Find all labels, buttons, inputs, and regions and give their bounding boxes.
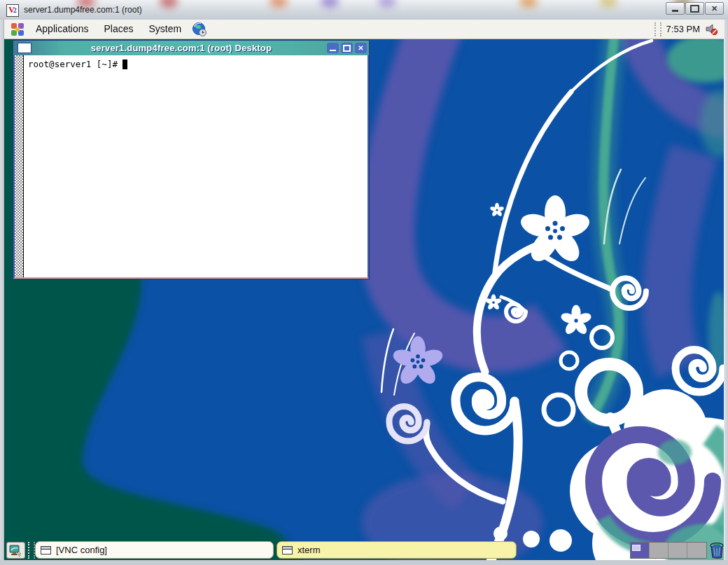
workspace-1[interactable]: [631, 543, 650, 558]
glass-reflection: [270, 0, 288, 8]
host-close-button[interactable]: ✕: [705, 2, 724, 15]
xterm-maximize-button[interactable]: [341, 43, 353, 53]
host-minimize-button[interactable]: [666, 2, 685, 15]
maximize-icon: [343, 45, 351, 52]
minimize-icon: [330, 50, 336, 51]
workspace-switcher: [630, 542, 707, 559]
show-desktop-button[interactable]: [6, 542, 25, 559]
xterm-window: server1.dump4free.com:1 (root) Desktop ✕…: [13, 40, 370, 279]
menu-applications[interactable]: Applications: [28, 20, 97, 39]
applet-drag-handle[interactable]: [654, 22, 662, 36]
vnc-app-icon: V2: [6, 4, 19, 17]
close-icon: ✕: [711, 5, 718, 13]
minimize-icon: [672, 10, 678, 12]
glass-reflection: [160, 0, 178, 8]
gnome-menubar: Applications Places System 7:53 PM: [4, 20, 724, 39]
glass-reflection: [599, 0, 617, 8]
remote-desktop-viewport: Applications Places System 7:53 PM: [4, 20, 724, 560]
trash-applet-icon[interactable]: [708, 541, 724, 559]
close-icon: ✕: [358, 45, 363, 52]
xterm-titlebar[interactable]: server1.dump4free.com:1 (root) Desktop ✕: [13, 41, 369, 55]
glass-reflection: [321, 0, 339, 8]
workspace-3[interactable]: [668, 543, 687, 558]
prompt-text: root@server1 [~]#: [28, 59, 118, 69]
workspace-window-thumb: [632, 545, 640, 551]
panel-drag-handle[interactable]: [28, 542, 35, 559]
glass-reflection: [519, 0, 538, 8]
menu-places[interactable]: Places: [97, 20, 141, 39]
terminal-scrollbar[interactable]: [15, 55, 24, 277]
task-label: xterm: [298, 545, 321, 555]
show-desktop-icon: [9, 545, 22, 557]
maximize-icon: [690, 5, 699, 13]
terminal-screen[interactable]: root@server1 [~]#: [13, 55, 369, 279]
glass-reflection: [378, 0, 396, 8]
clock-applet[interactable]: 7:53 PM: [662, 24, 705, 34]
menu-system[interactable]: System: [141, 20, 190, 39]
task-button-vnc-config[interactable]: [VNC config]: [35, 541, 274, 559]
window-icon: [41, 546, 51, 554]
xterm-window-title: server1.dump4free.com:1 (root) Desktop: [36, 43, 327, 53]
workspace-2[interactable]: [650, 543, 668, 558]
host-maximize-button[interactable]: [685, 2, 704, 15]
terminal-cursor: [122, 60, 127, 69]
window-icon: [282, 546, 293, 554]
xterm-minimize-button[interactable]: [327, 43, 339, 53]
host-titlebar[interactable]: V2 server1.dump4free.com:1 (root) ✕: [0, 0, 728, 20]
task-button-xterm[interactable]: xterm: [276, 541, 517, 559]
browser-globe-icon[interactable]: [192, 22, 207, 37]
volume-muted-icon[interactable]: [705, 22, 718, 36]
vnc-viewer-window: V2 server1.dump4free.com:1 (root) ✕: [0, 0, 728, 565]
host-border-right: [724, 20, 728, 560]
workspace-4[interactable]: [687, 543, 706, 558]
host-window-title: server1.dump4free.com:1 (root): [24, 0, 142, 20]
shell-prompt: root@server1 [~]#: [28, 59, 127, 69]
xterm-close-button[interactable]: ✕: [355, 43, 367, 53]
distro-menu-icon[interactable]: [10, 22, 25, 37]
window-menu-button[interactable]: [18, 43, 31, 53]
task-label: [VNC config]: [56, 545, 107, 555]
gnome-bottom-panel: [VNC config] xterm: [4, 540, 724, 560]
